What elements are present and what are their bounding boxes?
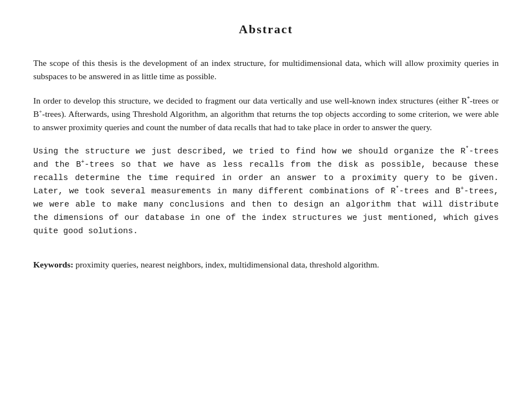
abstract-title: Abstract xyxy=(33,22,499,37)
keywords-text: proximity queries, nearest neighbors, in… xyxy=(73,260,379,269)
paragraph-2: In order to develop this structure, we d… xyxy=(33,94,499,134)
page-container: Abstract The scope of this thesis is the… xyxy=(33,22,499,271)
keywords-section: Keywords: proximity queries, nearest nei… xyxy=(33,258,499,271)
keywords-label: Keywords: xyxy=(33,260,73,269)
paragraph-1: The scope of this thesis is the developm… xyxy=(33,56,499,83)
paragraph-3: Using the structure we just described, w… xyxy=(33,145,499,238)
